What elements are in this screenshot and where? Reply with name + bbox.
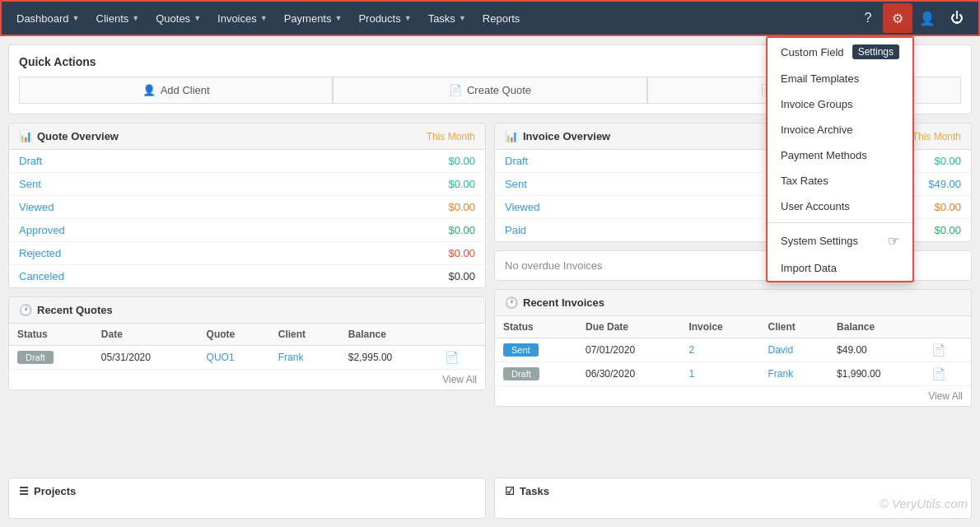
col-balance: Balance — [340, 324, 436, 346]
dropdown-item-label: System Settings — [781, 235, 858, 247]
help-button[interactable]: ? — [853, 3, 883, 33]
invoice-draft-link[interactable]: Draft — [505, 155, 528, 167]
nav-products-label: Products — [358, 12, 400, 25]
nav-products[interactable]: Products ▼ — [350, 7, 419, 30]
nav-clients[interactable]: Clients ▼ — [88, 7, 148, 30]
row-date: 05/31/2020 — [93, 346, 198, 370]
quote-approved-row: Approved $0.00 — [9, 219, 485, 242]
row-action[interactable]: 📄 — [436, 346, 485, 370]
quote-overview-title-label: Quote Overview — [37, 130, 119, 142]
settings-button[interactable]: ⚙ — [883, 3, 912, 33]
invoice-link[interactable]: 2 — [688, 344, 694, 356]
dropdown-item-label: Tax Rates — [781, 175, 828, 187]
row-client: Frank — [760, 362, 829, 386]
add-client-label: Add Client — [161, 84, 210, 96]
nav-tasks-label: Tasks — [428, 12, 455, 25]
nav-tasks[interactable]: Tasks ▼ — [420, 7, 474, 30]
quote-approved-link[interactable]: Approved — [19, 224, 65, 236]
projects-title-label: Projects — [34, 485, 76, 497]
client-link[interactable]: Frank — [278, 352, 304, 363]
col-client: Client — [760, 316, 829, 338]
dropdown-invoice-groups[interactable]: Invoice Groups — [768, 91, 912, 117]
row-status: Draft — [495, 362, 577, 386]
col-due-date: Due Date — [577, 316, 680, 338]
invoice-sent-value: $49.00 — [928, 178, 961, 190]
add-client-button[interactable]: 👤 Add Client — [19, 77, 333, 104]
nav-invoices-label: Invoices — [217, 12, 257, 25]
dropdown-email-templates[interactable]: Email Templates — [768, 66, 912, 91]
invoice-overview-title: 📊 Invoice Overview — [505, 130, 610, 142]
status-badge: Draft — [17, 351, 54, 364]
quote-rejected-value: $0.00 — [448, 247, 475, 259]
clock-icon: 🕐 — [19, 304, 32, 316]
nav-invoices[interactable]: Invoices ▼ — [209, 7, 276, 30]
row-status: Draft — [9, 346, 93, 370]
view-all-quotes[interactable]: View All — [9, 369, 485, 389]
status-badge: Sent — [503, 343, 539, 357]
quote-draft-link[interactable]: Draft — [19, 155, 42, 167]
quote-rejected-link[interactable]: Rejected — [19, 247, 61, 259]
nav-payments[interactable]: Payments ▼ — [276, 7, 351, 30]
row-balance: $1,990.00 — [828, 362, 923, 386]
quote-canceled-row: Canceled $0.00 — [9, 265, 485, 287]
dropdown-payment-methods[interactable]: Payment Methods — [768, 142, 912, 168]
invoice-draft-value: $0.00 — [934, 155, 961, 167]
invoice-link[interactable]: 1 — [688, 368, 694, 380]
row-invoice: 1 — [680, 362, 759, 386]
invoice-paid-value: $0.00 — [934, 224, 961, 236]
user-button[interactable]: 👤 — [912, 3, 942, 33]
quote-viewed-value: $0.00 — [448, 201, 475, 213]
invoice-sent-link[interactable]: Sent — [505, 178, 527, 190]
dropdown-divider — [768, 222, 912, 223]
dropdown-system-settings[interactable]: System Settings ☞ — [768, 226, 912, 255]
dropdown-item-label: User Accounts — [781, 200, 850, 212]
nav-dashboard[interactable]: Dashboard ▼ — [8, 7, 88, 30]
table-row: Sent 07/01/2020 2 David $49.00 📄 — [495, 338, 971, 362]
quote-viewed-row: Viewed $0.00 — [9, 196, 485, 219]
nav-reports[interactable]: Reports — [474, 7, 529, 30]
create-quote-button[interactable]: 📄 Create Quote — [333, 77, 646, 104]
row-balance: $49.00 — [828, 338, 923, 362]
chevron-down-icon: ▼ — [132, 14, 139, 22]
quote-overview-period: This Month — [427, 131, 475, 142]
dropdown-custom-field-settings[interactable]: Custom Field Settings — [768, 38, 912, 66]
chevron-down-icon: ▼ — [72, 14, 80, 22]
row-action[interactable]: 📄 — [923, 338, 971, 362]
dropdown-invoice-archive[interactable]: Invoice Archive — [768, 117, 912, 142]
quote-link[interactable]: QUO1 — [207, 352, 235, 363]
quote-sent-link[interactable]: Sent — [19, 178, 41, 190]
dropdown-user-accounts[interactable]: User Accounts — [768, 194, 912, 219]
dropdown-tax-rates[interactable]: Tax Rates — [768, 168, 912, 194]
chevron-down-icon: ▼ — [260, 14, 268, 22]
dropdown-import-data[interactable]: Import Data — [768, 255, 912, 281]
nav-quotes[interactable]: Quotes ▼ — [147, 7, 209, 30]
client-link[interactable]: David — [768, 344, 794, 356]
quote-canceled-link[interactable]: Canceled — [19, 270, 64, 282]
document-icon: 📄 — [449, 84, 462, 96]
view-all-invoices[interactable]: View All — [495, 385, 971, 406]
dropdown-item-label: Custom Field — [781, 46, 844, 58]
logout-button[interactable]: ⏻ — [942, 3, 972, 33]
quote-overview-header: 📊 Quote Overview This Month — [9, 124, 485, 150]
tasks-title: ☑ Tasks — [505, 485, 961, 497]
quote-draft-value: $0.00 — [448, 155, 475, 167]
row-status: Sent — [495, 338, 577, 362]
dropdown-item-label: Invoice Groups — [781, 98, 852, 110]
nav-quotes-label: Quotes — [156, 12, 190, 25]
chevron-down-icon: ▼ — [194, 14, 201, 22]
nav-reports-label: Reports — [483, 12, 520, 25]
invoice-paid-link[interactable]: Paid — [505, 224, 526, 236]
tasks-title-label: Tasks — [520, 485, 549, 497]
nav-dashboard-label: Dashboard — [16, 12, 69, 25]
quote-viewed-link[interactable]: Viewed — [19, 201, 54, 213]
row-quote: QUO1 — [198, 346, 270, 370]
col-balance: Balance — [828, 316, 923, 338]
dropdown-item-label: Import Data — [781, 262, 837, 274]
watermark: © VeryUtils.com — [880, 497, 968, 511]
invoice-viewed-link[interactable]: Viewed — [505, 201, 539, 213]
left-column: 📊 Quote Overview This Month Draft $0.00 … — [8, 123, 486, 469]
col-action — [923, 316, 971, 338]
row-action[interactable]: 📄 — [923, 362, 971, 386]
invoice-overview-title-label: Invoice Overview — [523, 130, 610, 142]
client-link[interactable]: Frank — [768, 368, 794, 380]
